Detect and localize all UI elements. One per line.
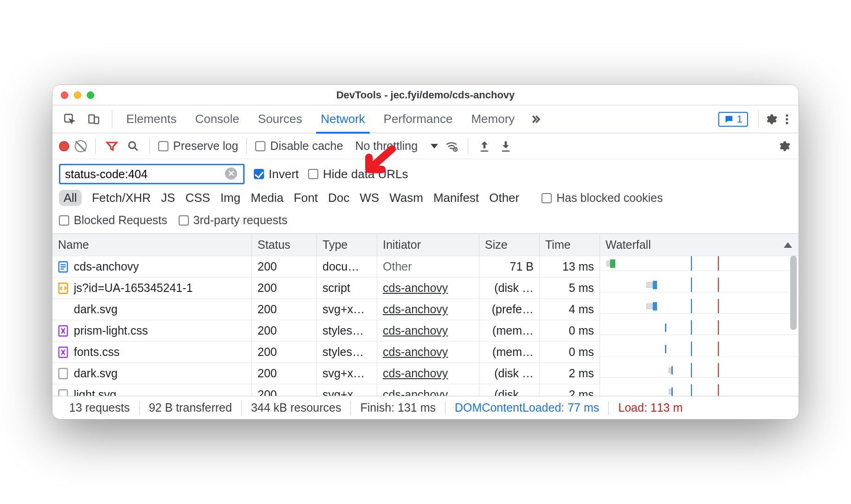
cell-type: docu… xyxy=(317,256,377,278)
blank-icon xyxy=(58,368,68,380)
column-header-name[interactable]: Name xyxy=(52,234,252,256)
svg-point-4 xyxy=(786,118,788,120)
column-header-status[interactable]: Status xyxy=(252,234,317,256)
type-filter-other[interactable]: Other xyxy=(489,191,519,205)
cell-time: 4 ms xyxy=(540,299,600,320)
upload-har-icon[interactable] xyxy=(477,138,492,154)
disable-cache-checkbox[interactable]: Disable cache xyxy=(255,139,343,153)
type-filter-css[interactable]: CSS xyxy=(185,191,210,205)
table-row[interactable]: fonts.css xyxy=(52,342,252,363)
cell-status: 200 xyxy=(252,342,317,363)
column-header-type[interactable]: Type xyxy=(317,234,377,256)
cell-time: 2 ms xyxy=(540,384,600,396)
svg-rect-2 xyxy=(94,117,98,123)
type-filter-fetchxhr[interactable]: Fetch/XHR xyxy=(92,191,151,205)
throttling-select[interactable]: No throttling xyxy=(355,139,438,153)
table-row[interactable]: js?id=UA-165345241-1 xyxy=(52,278,252,299)
more-tabs-icon[interactable] xyxy=(528,111,543,127)
cell-initiator[interactable]: cds-anchovy xyxy=(377,384,479,396)
cell-status: 200 xyxy=(252,320,317,342)
devtools-window: DevTools - jec.fyi/demo/cds-anchovy Elem… xyxy=(52,84,799,420)
table-row[interactable]: light.svg xyxy=(52,384,252,396)
cell-initiator[interactable]: cds-anchovy xyxy=(377,320,479,342)
column-header-waterfall[interactable]: Waterfall xyxy=(600,234,799,256)
type-filter-js[interactable]: JS xyxy=(161,191,175,205)
cell-waterfall xyxy=(600,342,799,356)
tab-sources[interactable]: Sources xyxy=(249,105,311,133)
status-load: Load: 113 m xyxy=(609,401,683,414)
download-har-icon[interactable] xyxy=(498,138,514,154)
preserve-log-checkbox[interactable]: Preserve log xyxy=(158,139,238,153)
cell-type: svg+x… xyxy=(317,299,377,320)
tab-console[interactable]: Console xyxy=(186,105,248,133)
record-button[interactable] xyxy=(59,141,69,151)
third-party-checkbox[interactable]: 3rd-party requests xyxy=(179,213,288,227)
cell-size: (mem… xyxy=(479,342,540,363)
network-conditions-icon[interactable] xyxy=(444,138,459,154)
table-row[interactable]: dark.svg xyxy=(52,299,252,320)
table-row[interactable]: cds-anchovy xyxy=(52,256,252,278)
cell-status: 200 xyxy=(252,278,317,299)
table-row[interactable]: dark.svg xyxy=(52,363,252,384)
cell-status: 200 xyxy=(252,299,317,320)
cell-initiator[interactable]: cds-anchovy xyxy=(377,299,479,320)
inspect-element-icon[interactable] xyxy=(62,111,77,127)
tab-memory[interactable]: Memory xyxy=(462,105,524,133)
cell-time: 2 ms xyxy=(540,363,600,384)
type-filter-wasm[interactable]: Wasm xyxy=(389,191,423,205)
scrollbar[interactable] xyxy=(788,233,797,396)
cell-time: 5 ms xyxy=(540,278,600,299)
cell-type: script xyxy=(317,278,377,299)
filter-toggle-icon[interactable] xyxy=(104,138,120,154)
type-filter-media[interactable]: Media xyxy=(251,191,284,205)
clear-button[interactable] xyxy=(75,140,87,152)
cell-initiator[interactable]: cds-anchovy xyxy=(377,342,479,363)
table-row[interactable]: prism-light.css xyxy=(52,320,252,342)
cell-status: 200 xyxy=(252,363,317,384)
blank-icon xyxy=(58,389,68,396)
device-toggle-icon[interactable] xyxy=(86,111,102,127)
type-filter-doc[interactable]: Doc xyxy=(328,191,349,205)
status-bar: 13 requests 92 B transferred 344 kB reso… xyxy=(52,396,799,419)
cell-size: (prefe… xyxy=(479,299,540,320)
column-header-time[interactable]: Time xyxy=(540,234,600,256)
extra-filters: Blocked Requests 3rd-party requests xyxy=(52,211,799,233)
cell-size: (disk … xyxy=(479,278,540,299)
cell-initiator: Other xyxy=(377,256,479,278)
cell-initiator[interactable]: cds-anchovy xyxy=(377,363,479,384)
cell-type: svg+x… xyxy=(317,384,377,396)
cell-size: (mem… xyxy=(479,320,540,342)
cell-type: styles… xyxy=(317,342,377,363)
type-filter-img[interactable]: Img xyxy=(220,191,240,205)
cell-time: 0 ms xyxy=(540,320,600,342)
type-filter-all[interactable]: All xyxy=(59,190,82,206)
type-filter-ws[interactable]: WS xyxy=(360,191,379,205)
resource-type-filters: AllFetch/XHRJSCSSImgMediaFontDocWSWasmMa… xyxy=(52,187,799,211)
cell-initiator[interactable]: cds-anchovy xyxy=(377,278,479,299)
type-filter-manifest[interactable]: Manifest xyxy=(433,191,479,205)
network-toolbar: Preserve log Disable cache No throttling xyxy=(52,133,799,159)
settings-gear-icon[interactable] xyxy=(763,111,779,127)
cell-size: 71 B xyxy=(479,256,540,278)
kebab-menu-icon[interactable] xyxy=(779,111,795,127)
blocked-requests-checkbox[interactable]: Blocked Requests xyxy=(59,213,168,227)
svg-point-3 xyxy=(786,114,788,116)
network-settings-gear-icon[interactable] xyxy=(776,138,792,154)
hide-data-urls-checkbox[interactable]: Hide data URLs xyxy=(308,167,408,181)
has-blocked-cookies-checkbox[interactable]: Has blocked cookies xyxy=(542,191,663,205)
tab-elements[interactable]: Elements xyxy=(117,105,186,133)
tab-performance[interactable]: Performance xyxy=(374,105,462,133)
search-icon[interactable] xyxy=(125,138,141,154)
filter-input[interactable] xyxy=(59,164,245,184)
invert-checkbox[interactable]: Invert xyxy=(254,167,299,181)
cell-waterfall xyxy=(600,363,799,378)
console-messages-badge[interactable]: 1 xyxy=(718,112,748,127)
clear-filter-icon[interactable]: ✕ xyxy=(225,168,237,180)
tab-network[interactable]: Network xyxy=(311,105,374,133)
column-header-size[interactable]: Size xyxy=(479,234,540,256)
titlebar: DevTools - jec.fyi/demo/cds-anchovy xyxy=(52,85,799,105)
type-filter-font[interactable]: Font xyxy=(294,191,318,205)
cell-type: svg+x… xyxy=(317,363,377,384)
cell-size: (disk … xyxy=(479,363,540,384)
column-header-initiator[interactable]: Initiator xyxy=(377,234,479,256)
